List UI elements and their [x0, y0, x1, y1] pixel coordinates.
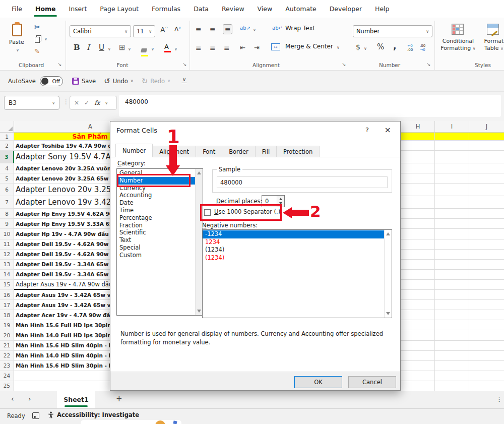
macro-record-icon[interactable] [32, 412, 39, 419]
bold-button[interactable]: B [74, 44, 80, 51]
add-sheet-button[interactable]: + [116, 394, 122, 403]
fx-dropdown-icon[interactable]: ∨ [105, 101, 108, 105]
dialog-tab[interactable]: Font [196, 146, 222, 157]
accessibility-button[interactable]: Accessibility: Investigate [48, 411, 139, 418]
cell-j[interactable] [469, 250, 504, 260]
paste-button[interactable]: Paste [9, 39, 24, 45]
cell-j[interactable] [469, 184, 504, 196]
cell-h[interactable] [401, 163, 434, 173]
help-icon[interactable]: ? [365, 126, 369, 134]
use-1000-separator-label[interactable]: Use 1000 Separator (,) [214, 208, 280, 215]
decrease-indent-icon[interactable]: ⇤ [240, 44, 245, 51]
dialog-tab[interactable]: Fill [255, 146, 277, 157]
align-left-icon[interactable]: ≡ [196, 44, 201, 52]
cell-j[interactable] [469, 219, 504, 229]
cell-i[interactable] [434, 320, 469, 330]
scroll-up-icon[interactable] [386, 232, 390, 235]
decrease-decimal-icon[interactable]: .00→0 [420, 44, 425, 52]
name-box[interactable]: B3∨ [4, 96, 59, 110]
negative-format-item[interactable]: 1234 [203, 238, 384, 247]
cell-h[interactable] [401, 184, 434, 196]
conditional-formatting-icon[interactable] [452, 24, 464, 35]
wrap-text-icon[interactable]: ab↵ [272, 25, 283, 31]
dialog-tab[interactable]: Number [115, 144, 153, 157]
cell-h[interactable] [401, 239, 434, 250]
cell-h[interactable] [401, 260, 434, 270]
cell-j[interactable] [469, 310, 504, 320]
row-header[interactable]: 20 [0, 330, 14, 340]
row-header[interactable]: 23 [0, 361, 14, 371]
negative-format-item[interactable]: (1234) [203, 254, 384, 262]
cell-i[interactable] [434, 300, 469, 310]
formula-input[interactable]: 480000 [119, 95, 501, 117]
cell-i[interactable] [434, 133, 469, 141]
cell-h[interactable] [401, 141, 434, 151]
wrap-text-button[interactable]: Wrap Text [285, 25, 315, 32]
scroll-down-icon[interactable] [386, 312, 390, 315]
italic-button[interactable]: I [87, 44, 90, 51]
row-header[interactable]: 25 [0, 381, 14, 391]
copy-icon[interactable] [35, 35, 40, 45]
dialog-tab[interactable]: Protection [276, 146, 320, 157]
cell-j[interactable] [469, 300, 504, 310]
ribbon-tab[interactable]: Insert [62, 0, 93, 18]
sheet-tab-sheet1[interactable]: Sheet1 [57, 391, 95, 408]
cancel-entry-icon[interactable]: × [74, 99, 79, 106]
cell-i[interactable] [434, 239, 469, 250]
cell-i[interactable] [434, 310, 469, 320]
row-header[interactable]: 12 [0, 250, 14, 260]
cell-i[interactable] [434, 341, 469, 351]
category-item[interactable]: Time [117, 207, 195, 214]
ok-button[interactable]: OK [294, 376, 342, 388]
cell-i[interactable] [434, 270, 469, 280]
row-header[interactable]: 19 [0, 320, 14, 330]
category-listbox[interactable]: GeneralNumberCurrencyAccountingDateTimeP… [116, 168, 203, 316]
cell-j[interactable] [469, 351, 504, 361]
cell-i[interactable] [434, 229, 469, 239]
negative-format-item[interactable]: (1234) [203, 246, 384, 254]
cell-j[interactable] [469, 260, 504, 270]
cell-j[interactable] [469, 173, 504, 184]
cell-i[interactable] [434, 209, 469, 219]
fill-color-dropdown-icon[interactable]: ∨ [151, 47, 154, 51]
ribbon-tab[interactable]: Page Layout [93, 0, 145, 18]
cell-i[interactable] [434, 381, 469, 391]
borders-icon[interactable]: ⊞ [119, 44, 125, 51]
row-header[interactable]: 16 [0, 290, 14, 300]
cell-i[interactable] [434, 351, 469, 361]
ribbon-tab[interactable]: Data [187, 0, 215, 18]
cell-j[interactable] [469, 361, 504, 371]
cell-i[interactable] [434, 260, 469, 270]
row-header[interactable]: 9 [0, 219, 14, 229]
ribbon-tab[interactable]: View [251, 0, 279, 18]
category-item[interactable]: Scientific [117, 229, 195, 236]
row-header[interactable]: 8 [0, 209, 14, 219]
category-item[interactable]: Currency [117, 185, 195, 192]
merge-center-button[interactable]: Merge & Center [285, 43, 333, 50]
row-header[interactable]: 13 [0, 260, 14, 270]
grow-font-icon[interactable]: A^ [160, 26, 168, 33]
row-header[interactable]: 5 [0, 173, 14, 184]
cell-h[interactable] [401, 133, 434, 141]
negative-numbers-listbox[interactable]: -12341234(1234)(1234) [202, 229, 392, 318]
cell-i[interactable] [434, 250, 469, 260]
cancel-button[interactable]: Cancel [348, 376, 396, 388]
borders-dropdown-icon[interactable]: ∨ [128, 47, 131, 51]
cell-h[interactable] [401, 341, 434, 351]
format-painter-icon[interactable]: ✎ [34, 48, 40, 54]
cell-h[interactable] [401, 290, 434, 300]
cell-i[interactable] [434, 219, 469, 229]
cell-i[interactable] [434, 184, 469, 196]
font-size-combobox[interactable]: 11∨ [133, 25, 155, 37]
cell-i[interactable] [434, 151, 469, 163]
underline-button[interactable]: U [99, 44, 104, 51]
cell-i[interactable] [434, 173, 469, 184]
currency-format-icon[interactable]: $ [356, 43, 360, 50]
row-header[interactable]: 11 [0, 239, 14, 250]
orientation-dropdown-icon[interactable]: ∨ [253, 28, 256, 32]
cell-h[interactable] [401, 361, 434, 371]
conditional-formatting-button[interactable]: ConditionalFormatting ∨ [439, 38, 477, 52]
ribbon-tab[interactable]: Automate [279, 0, 323, 18]
cell-j[interactable] [469, 133, 504, 141]
shrink-font-icon[interactable]: A∨ [174, 26, 181, 32]
